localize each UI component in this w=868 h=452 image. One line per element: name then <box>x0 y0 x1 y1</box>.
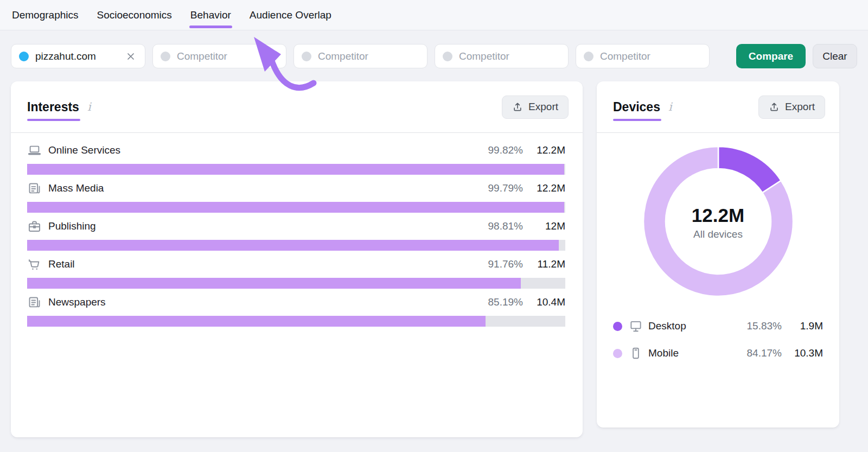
interest-percent: 98.81% <box>488 220 523 232</box>
interest-label: Newspapers <box>48 296 106 308</box>
interest-percent: 99.82% <box>488 144 523 156</box>
interest-bar <box>27 240 565 251</box>
remove-domain-button[interactable] <box>124 50 137 63</box>
interests-export-button[interactable]: Export <box>502 96 569 119</box>
newspaper-icon <box>27 295 42 310</box>
interest-value: 12M <box>523 220 565 232</box>
interest-percent: 91.76% <box>488 258 523 270</box>
interest-row: Mass Media 99.79%12.2M <box>27 180 565 213</box>
laptop-icon <box>27 143 42 158</box>
cart-icon <box>27 257 42 272</box>
interests-card: Interests i Export Online Services 99.82… <box>11 81 583 437</box>
devices-legend: Desktop 15.83% 1.9M Mobile 84.17% 10.3M <box>613 316 823 363</box>
interest-label: Online Services <box>48 144 120 156</box>
competitor-field-1[interactable] <box>177 50 278 62</box>
competitor-field-2[interactable] <box>318 50 419 62</box>
legend-percent: 15.83% <box>747 320 782 332</box>
interest-bar <box>27 278 565 289</box>
competitor-field-3[interactable] <box>459 50 560 62</box>
upload-icon <box>512 101 523 112</box>
interests-title: Interests <box>27 100 79 114</box>
interest-bar <box>27 164 565 175</box>
interest-label: Retail <box>48 258 75 270</box>
competitor-input-2[interactable] <box>293 44 427 68</box>
competitor-input-4[interactable] <box>576 44 710 68</box>
legend-value: 1.9M <box>782 320 823 332</box>
domain-dot <box>19 52 29 61</box>
interest-row: Publishing 98.81%12M <box>27 218 565 251</box>
compare-button[interactable]: Compare <box>736 44 806 68</box>
upload-icon <box>769 101 780 112</box>
devices-donut: 12.2M All devices <box>640 143 797 302</box>
report-tabs: Demographics Socioeconomics Behavior Aud… <box>0 0 868 30</box>
interest-bar <box>27 202 565 213</box>
filter-bar: pizzahut.com Compare Clear <box>11 44 857 68</box>
briefcase-icon <box>27 219 42 234</box>
monitor-icon <box>629 319 643 333</box>
news-icon <box>27 181 42 196</box>
interest-percent: 99.79% <box>488 182 523 194</box>
domain-chip[interactable]: pizzahut.com <box>11 44 145 68</box>
legend-value: 10.3M <box>782 347 823 359</box>
export-label: Export <box>785 101 815 113</box>
tab-socioeconomics[interactable]: Socioeconomics <box>97 0 172 30</box>
interest-value: 11.2M <box>523 258 565 270</box>
devices-title: Devices <box>613 100 660 114</box>
interest-row: Newspapers 85.19%10.4M <box>27 294 565 327</box>
placeholder-dot <box>443 52 452 61</box>
interest-row: Online Services 99.82%12.2M <box>27 142 565 175</box>
legend-row-mobile: Mobile 84.17% 10.3M <box>613 343 823 363</box>
interest-percent: 85.19% <box>488 296 523 308</box>
competitor-input-3[interactable] <box>435 44 569 68</box>
competitor-input-1[interactable] <box>152 44 286 68</box>
tab-demographics[interactable]: Demographics <box>12 0 79 30</box>
devices-header: Devices i Export <box>597 81 839 133</box>
interests-list: Online Services 99.82%12.2M Mass Media 9… <box>11 133 583 327</box>
domain-label: pizzahut.com <box>35 50 118 62</box>
desktop-swatch <box>613 322 622 331</box>
info-icon[interactable]: i <box>668 100 672 113</box>
mobile-swatch <box>613 349 622 358</box>
export-label: Export <box>528 101 558 113</box>
legend-percent: 84.17% <box>747 347 782 359</box>
devices-card: Devices i Export 12.2M All devices Deskt… <box>597 81 839 428</box>
phone-icon <box>629 346 643 360</box>
interest-value: 12.2M <box>523 144 565 156</box>
close-icon <box>125 51 136 62</box>
competitor-field-4[interactable] <box>600 50 701 62</box>
placeholder-dot <box>161 52 170 61</box>
tab-audience-overlap[interactable]: Audience Overlap <box>250 0 331 30</box>
interest-value: 12.2M <box>523 182 565 194</box>
devices-export-button[interactable]: Export <box>758 96 825 119</box>
placeholder-dot <box>302 52 311 61</box>
legend-label: Mobile <box>648 347 679 359</box>
info-icon[interactable]: i <box>87 100 91 113</box>
interest-bar <box>27 316 565 327</box>
interest-row: Retail 91.76%11.2M <box>27 256 565 289</box>
legend-label: Desktop <box>648 320 686 332</box>
placeholder-dot <box>584 52 593 61</box>
interest-label: Publishing <box>48 220 96 232</box>
interest-value: 10.4M <box>523 296 565 308</box>
tab-behavior[interactable]: Behavior <box>190 0 231 30</box>
clear-button[interactable]: Clear <box>813 44 857 68</box>
interests-header: Interests i Export <box>11 81 583 133</box>
legend-row-desktop: Desktop 15.83% 1.9M <box>613 316 823 336</box>
interest-label: Mass Media <box>48 182 104 194</box>
